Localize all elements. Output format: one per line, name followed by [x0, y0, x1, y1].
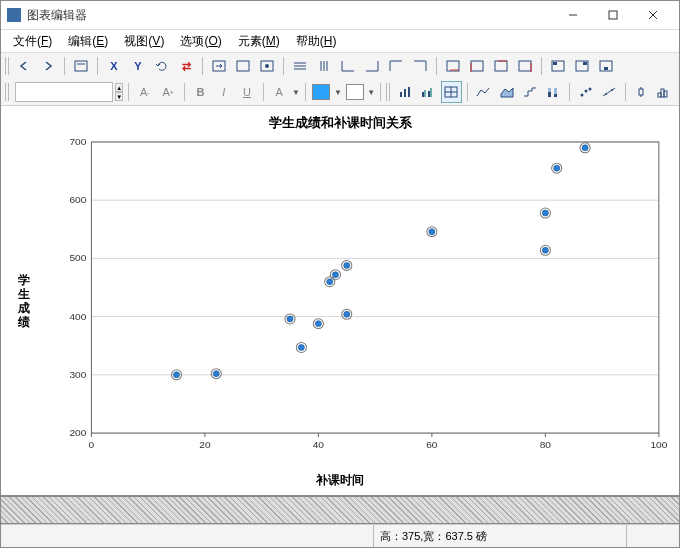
y-axis-icon[interactable]: Y [127, 55, 149, 77]
go-to-icon[interactable] [208, 55, 230, 77]
svg-point-98 [542, 247, 548, 253]
menu-e[interactable]: 编辑(E) [60, 31, 116, 52]
menu-v[interactable]: 视图(V) [116, 31, 172, 52]
label-d-icon[interactable] [514, 55, 536, 77]
scatter-chart-icon[interactable] [575, 81, 596, 103]
font-inc-icon[interactable]: A+ [157, 81, 178, 103]
svg-text:300: 300 [69, 369, 86, 380]
maximize-button[interactable] [593, 3, 633, 27]
svg-text:600: 600 [69, 194, 86, 205]
font-size-down[interactable]: ▼ [115, 92, 123, 101]
axis-max-icon[interactable] [361, 55, 383, 77]
label-b-icon[interactable] [466, 55, 488, 77]
svg-text:60: 60 [426, 439, 438, 450]
svg-text:80: 80 [540, 439, 552, 450]
box-plot-icon[interactable] [631, 81, 652, 103]
svg-rect-19 [519, 61, 531, 71]
toolbar-grip[interactable] [5, 83, 11, 101]
grid-icon[interactable] [441, 81, 462, 103]
minimize-button[interactable] [553, 3, 593, 27]
svg-rect-31 [428, 91, 430, 97]
x-axis-label[interactable]: 补课时间 [1, 472, 679, 489]
chart-canvas[interactable]: 学生成绩和补课时间关系 学生成绩 补课时间 200300400500600700… [1, 106, 679, 495]
svg-rect-76 [91, 142, 658, 433]
grid-h-icon[interactable] [289, 55, 311, 77]
font-dec-icon[interactable]: A- [134, 81, 155, 103]
redo-icon[interactable] [37, 55, 59, 77]
svg-rect-7 [237, 61, 249, 71]
svg-point-42 [588, 88, 591, 91]
chart-title[interactable]: 学生成绩和补课时间关系 [1, 114, 679, 132]
svg-rect-30 [424, 90, 426, 97]
line-chart-icon[interactable] [473, 81, 494, 103]
svg-point-94 [344, 262, 350, 268]
label-c-icon[interactable] [490, 55, 512, 77]
menu-f[interactable]: 文件(F) [5, 31, 60, 52]
grid-v-icon[interactable] [313, 55, 335, 77]
y-axis-label[interactable]: 学生成绩 [17, 273, 31, 329]
cluster-chart-icon[interactable] [417, 81, 438, 103]
area-chart-icon[interactable] [496, 81, 517, 103]
svg-point-84 [298, 344, 304, 350]
svg-rect-39 [554, 88, 557, 94]
toolbar-area: X Y ⇄ ▲▼ [1, 53, 679, 106]
svg-point-90 [332, 272, 338, 278]
window-title: 图表编辑器 [27, 7, 553, 24]
svg-rect-17 [471, 61, 483, 71]
menu-m[interactable]: 元素(M) [230, 31, 288, 52]
underline-icon[interactable]: U [236, 81, 257, 103]
histogram-icon[interactable] [654, 81, 675, 103]
menu-o[interactable]: 选项(O) [172, 31, 229, 52]
svg-text:700: 700 [69, 136, 86, 147]
properties-icon[interactable] [256, 55, 278, 77]
text-color-icon[interactable]: A [269, 81, 290, 103]
undo-icon[interactable] [13, 55, 35, 77]
step-chart-icon[interactable] [519, 81, 540, 103]
svg-rect-37 [548, 88, 551, 92]
svg-rect-18 [495, 61, 507, 71]
svg-point-92 [344, 311, 350, 317]
svg-text:40: 40 [313, 439, 325, 450]
plot-area[interactable]: 200300400500600700020406080100 [61, 136, 669, 455]
axis-top-icon[interactable] [385, 55, 407, 77]
status-pane [626, 525, 679, 547]
svg-point-41 [584, 90, 587, 93]
svg-rect-25 [604, 67, 608, 70]
line-color-drop[interactable]: ▼ [367, 82, 375, 102]
svg-point-104 [582, 145, 588, 151]
fill-color-icon[interactable] [311, 81, 332, 103]
legend-tl-icon[interactable] [547, 55, 569, 77]
close-button[interactable] [633, 3, 673, 27]
font-select[interactable] [15, 82, 113, 102]
italic-icon[interactable]: I [213, 81, 234, 103]
line-color-icon[interactable] [344, 81, 365, 103]
bar-chart-icon[interactable] [394, 81, 415, 103]
swap-icon[interactable]: ⇄ [175, 55, 197, 77]
label-a-icon[interactable] [442, 55, 464, 77]
select-icon[interactable] [232, 55, 254, 77]
axis-right-icon[interactable] [409, 55, 431, 77]
text-box-icon[interactable] [70, 55, 92, 77]
legend-tr-icon[interactable] [571, 55, 593, 77]
svg-text:100: 100 [650, 439, 667, 450]
axis-min-icon[interactable] [337, 55, 359, 77]
svg-text:400: 400 [69, 311, 86, 322]
toolbar-grip[interactable] [5, 57, 11, 75]
rotate-icon[interactable] [151, 55, 173, 77]
legend-bot-icon[interactable] [595, 55, 617, 77]
svg-rect-32 [430, 88, 432, 97]
toolbar-grip[interactable] [386, 83, 392, 101]
text-color-drop[interactable]: ▼ [292, 82, 300, 102]
svg-point-100 [542, 210, 548, 216]
x-axis-icon[interactable]: X [103, 55, 125, 77]
font-size-up[interactable]: ▲ [115, 83, 123, 92]
fit-line-icon[interactable] [598, 81, 619, 103]
svg-text:200: 200 [69, 427, 86, 438]
title-bar: 图表编辑器 [1, 1, 679, 30]
bold-icon[interactable]: B [190, 81, 211, 103]
svg-point-78 [173, 372, 179, 378]
fill-color-drop[interactable]: ▼ [334, 82, 342, 102]
menu-h[interactable]: 帮助(H) [288, 31, 345, 52]
stacked-chart-icon[interactable] [543, 81, 564, 103]
app-icon [7, 8, 21, 22]
